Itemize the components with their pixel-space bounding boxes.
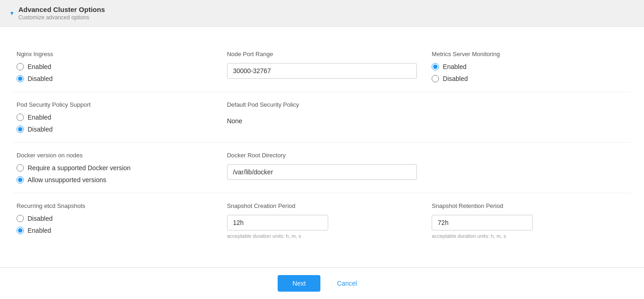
metrics-server-radio-group: Enabled Disabled [432,63,627,82]
section-subtitle: Customize advanced options [18,14,105,21]
node-port-range-label: Node Port Range [227,51,417,58]
docker-version-cell: Docker version on nodes Require a suppor… [15,152,220,184]
main-content: Nginx Ingress Enabled Disabled Node Port [0,27,644,267]
metrics-server-cell: Metrics Server Monitoring Enabled Disabl… [424,51,629,82]
section-header-text: Advanced Cluster Options Customize advan… [18,6,105,21]
metrics-disabled-label: Disabled [443,75,467,82]
pod-security-policy-cell: Pod Security Policy Support Enabled Disa… [15,101,220,133]
page-wrapper: ▼ Advanced Cluster Options Customize adv… [0,0,644,299]
metrics-disabled-option[interactable]: Disabled [432,75,627,82]
pod-security-enabled-radio[interactable] [17,114,24,121]
docker-allow-option[interactable]: Allow unsupported versions [17,176,212,184]
snapshot-retention-input[interactable] [432,215,533,230]
row3-right-cell [424,152,629,184]
row2-right-cell [424,101,629,133]
docker-require-option[interactable]: Require a supported Docker version [17,164,212,172]
pod-security-disabled-label: Disabled [28,126,52,133]
nginx-ingress-disabled-option[interactable]: Disabled [17,75,212,82]
pod-security-disabled-radio[interactable] [17,126,24,133]
metrics-enabled-option[interactable]: Enabled [432,63,627,70]
pod-security-disabled-option[interactable]: Disabled [17,126,212,133]
docker-allow-label: Allow unsupported versions [28,176,106,184]
form-row-1: Nginx Ingress Enabled Disabled Node Port [13,41,631,92]
next-button[interactable]: Next [278,275,320,292]
nginx-ingress-label: Nginx Ingress [17,51,212,58]
pod-security-policy-radio-group: Enabled Disabled [17,114,212,133]
form-row-4: Recurring etcd Snapshots Disabled Enable… [13,193,631,248]
docker-require-label: Require a supported Docker version [28,164,131,172]
etcd-enabled-label: Enabled [28,227,51,234]
nginx-ingress-enabled-label: Enabled [28,63,51,70]
section-header: ▼ Advanced Cluster Options Customize adv… [0,0,644,27]
snapshot-creation-input[interactable] [227,215,328,230]
docker-version-radio-group: Require a supported Docker version Allow… [17,164,212,184]
metrics-server-label: Metrics Server Monitoring [432,51,627,58]
snapshot-retention-hint: acceptable duration units: h, m, s [432,233,627,239]
docker-allow-radio[interactable] [17,176,24,184]
snapshot-retention-cell: Snapshot Retention Period acceptable dur… [424,202,629,239]
nginx-ingress-enabled-option[interactable]: Enabled [17,63,212,70]
snapshot-creation-label: Snapshot Creation Period [227,202,417,209]
etcd-enabled-radio[interactable] [17,227,24,234]
docker-version-label: Docker version on nodes [17,152,212,159]
node-port-range-input[interactable] [227,63,417,79]
nginx-ingress-disabled-label: Disabled [28,75,52,82]
snapshot-creation-hint: acceptable duration units: h, m, s [227,233,417,239]
metrics-disabled-radio[interactable] [432,75,439,82]
nginx-ingress-cell: Nginx Ingress Enabled Disabled [15,51,220,82]
cancel-button[interactable]: Cancel [328,275,366,292]
form-row-3: Docker version on nodes Require a suppor… [13,142,631,193]
default-pod-security-label: Default Pod Security Policy [227,101,417,108]
snapshot-creation-cell: Snapshot Creation Period acceptable dura… [220,202,425,239]
nginx-ingress-radio-group: Enabled Disabled [17,63,212,82]
footer: Next Cancel [0,267,644,299]
docker-require-radio[interactable] [17,164,24,172]
section-title: Advanced Cluster Options [18,6,105,13]
etcd-disabled-label: Disabled [28,215,52,222]
collapse-icon[interactable]: ▼ [9,10,15,17]
nginx-ingress-enabled-radio[interactable] [17,63,24,70]
pod-security-enabled-option[interactable]: Enabled [17,114,212,121]
etcd-enabled-option[interactable]: Enabled [17,227,212,234]
etcd-disabled-option[interactable]: Disabled [17,215,212,222]
docker-root-dir-label: Docker Root Directory [227,152,417,159]
default-pod-security-value: None [227,114,417,128]
docker-root-dir-input[interactable] [227,164,417,180]
metrics-enabled-label: Enabled [443,63,466,70]
pod-security-enabled-label: Enabled [28,114,51,121]
etcd-disabled-radio[interactable] [17,215,24,222]
nginx-ingress-disabled-radio[interactable] [17,75,24,82]
default-pod-security-cell: Default Pod Security Policy None [220,101,425,133]
etcd-snapshots-cell: Recurring etcd Snapshots Disabled Enable… [15,202,220,239]
snapshot-retention-label: Snapshot Retention Period [432,202,627,209]
etcd-snapshots-label: Recurring etcd Snapshots [17,202,212,209]
metrics-enabled-radio[interactable] [432,63,439,70]
form-row-2: Pod Security Policy Support Enabled Disa… [13,92,631,142]
rows-container: Nginx Ingress Enabled Disabled Node Port [13,38,631,252]
etcd-snapshots-radio-group: Disabled Enabled [17,215,212,234]
pod-security-policy-label: Pod Security Policy Support [17,101,212,108]
docker-root-dir-cell: Docker Root Directory [220,152,425,184]
node-port-range-cell: Node Port Range [220,51,425,82]
